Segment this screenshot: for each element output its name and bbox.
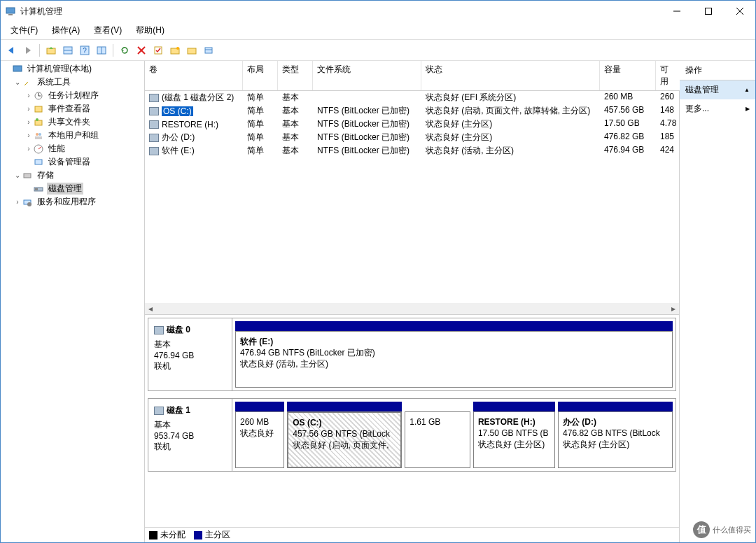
disk-icon xyxy=(154,326,164,334)
titlebar: 计算机管理 xyxy=(1,1,755,22)
partition[interactable]: OS (C:)457.56 GB NTFS (BitLock状态良好 (启动, … xyxy=(287,402,402,468)
svg-rect-26 xyxy=(35,120,42,125)
col-capacity[interactable]: 容量 xyxy=(600,61,656,90)
maximize-button[interactable] xyxy=(692,1,724,22)
svg-rect-18 xyxy=(188,48,196,54)
legend: 未分配 主分区 xyxy=(145,527,679,542)
diskmgmt-icon xyxy=(33,183,44,195)
tree-event-viewer[interactable]: 事件查看器 xyxy=(47,103,92,115)
volume-header-row: 卷 布局 类型 文件系统 状态 容量 可用 xyxy=(145,61,679,91)
volume-row[interactable]: 软件 (E:)简单基本NTFS (BitLocker 已加密)状态良好 (活动,… xyxy=(145,144,679,157)
disk-graphical-view[interactable]: 磁盘 0基本476.94 GB联机软件 (E:)476.94 GB NTFS (… xyxy=(145,315,679,527)
svg-rect-30 xyxy=(35,136,42,139)
menubar: 文件(F) 操作(A) 查看(V) 帮助(H) xyxy=(1,22,755,40)
svg-rect-0 xyxy=(6,8,15,13)
tree-performance[interactable]: 性能 xyxy=(47,143,66,155)
menu-view[interactable]: 查看(V) xyxy=(88,22,127,38)
col-volume[interactable]: 卷 xyxy=(145,61,243,90)
drive-icon xyxy=(149,94,159,102)
view-detail-icon[interactable] xyxy=(94,43,109,58)
drive-icon xyxy=(149,147,159,155)
close-button[interactable] xyxy=(724,1,755,22)
partition[interactable]: 软件 (E:)476.94 GB NTFS (BitLocker 已加密)状态良… xyxy=(235,321,673,388)
disk-row[interactable]: 磁盘 1基本953.74 GB联机260 MB状态良好OS (C:)457.56… xyxy=(148,398,676,472)
svg-point-28 xyxy=(36,133,38,136)
menu-file[interactable]: 文件(F) xyxy=(5,22,43,38)
col-filesystem[interactable]: 文件系统 xyxy=(313,61,421,90)
svg-rect-3 xyxy=(705,8,711,15)
col-type[interactable]: 类型 xyxy=(278,61,313,90)
new-folder-icon[interactable] xyxy=(167,43,183,58)
svg-point-38 xyxy=(27,202,31,206)
partition[interactable]: RESTORE (H:)17.50 GB NTFS (B状态良好 (主分区) xyxy=(473,402,555,468)
menu-help[interactable]: 帮助(H) xyxy=(130,22,170,38)
disk-row[interactable]: 磁盘 0基本476.94 GB联机软件 (E:)476.94 GB NTFS (… xyxy=(148,318,676,391)
partition[interactable]: 办公 (D:)476.82 GB NTFS (BitLock状态良好 (主分区) xyxy=(558,402,673,468)
col-layout[interactable]: 布局 xyxy=(243,61,278,90)
watermark-icon: 值 xyxy=(693,521,710,538)
volume-row[interactable]: (磁盘 1 磁盘分区 2)简单基本状态良好 (EFI 系统分区)260 MB26… xyxy=(145,91,679,104)
volume-row[interactable]: RESTORE (H:)简单基本NTFS (BitLocker 已加密)状态良好… xyxy=(145,118,679,131)
checklist-icon[interactable] xyxy=(150,43,166,58)
tree-systools[interactable]: 系统工具 xyxy=(36,76,72,88)
svg-rect-19 xyxy=(205,48,212,53)
col-free[interactable]: 可用 xyxy=(656,61,681,90)
scheduler-icon xyxy=(33,90,44,101)
svg-rect-33 xyxy=(35,160,42,164)
volume-row[interactable]: OS (C:)简单基本NTFS (BitLocker 已加密)状态良好 (启动,… xyxy=(145,104,679,118)
volume-list[interactable]: (磁盘 1 磁盘分区 2)简单基本状态良好 (EFI 系统分区)260 MB26… xyxy=(145,91,679,315)
legend-primary: 主分区 xyxy=(205,530,230,540)
scroll-left-icon[interactable]: ◂ xyxy=(145,303,156,314)
perf-icon xyxy=(33,143,44,155)
horizontal-scrollbar[interactable]: ◂ ▸ xyxy=(145,303,679,314)
watermark: 值 什么值得买 xyxy=(693,521,751,538)
refresh-icon[interactable] xyxy=(117,43,132,58)
svg-text:?: ? xyxy=(83,47,87,55)
svg-rect-1 xyxy=(8,14,13,15)
forward-button[interactable] xyxy=(20,43,36,58)
menu-action[interactable]: 操作(A) xyxy=(46,22,85,38)
svg-rect-6 xyxy=(47,48,55,54)
actions-item-more[interactable]: 更多...▶ xyxy=(680,99,755,118)
help-icon[interactable]: ? xyxy=(77,43,92,58)
nav-tree[interactable]: 计算机管理(本地) ⌄系统工具 ›任务计划程序 ›事件查看器 ›共享文件夹 ›本… xyxy=(1,61,145,542)
tree-disk-management[interactable]: 磁盘管理 xyxy=(47,183,83,195)
tree-storage[interactable]: 存储 xyxy=(36,169,55,181)
minimize-button[interactable] xyxy=(661,1,692,22)
disk-info: 磁盘 1基本953.74 GB联机 xyxy=(148,399,232,471)
volume-row[interactable]: 办公 (D:)简单基本NTFS (BitLocker 已加密)状态良好 (主分区… xyxy=(145,131,679,144)
delete-icon[interactable] xyxy=(134,43,149,58)
svg-line-32 xyxy=(38,147,41,149)
users-icon xyxy=(33,130,44,141)
toolbar: ? xyxy=(1,40,755,61)
eventvwr-icon xyxy=(33,104,44,115)
back-button[interactable] xyxy=(4,43,19,58)
up-icon[interactable] xyxy=(43,43,59,58)
shared-icon xyxy=(33,117,44,128)
scroll-right-icon[interactable]: ▸ xyxy=(668,303,679,314)
partition[interactable]: 1.61 GB xyxy=(405,402,470,468)
tree-device-manager[interactable]: 设备管理器 xyxy=(47,156,92,168)
tree-shared-folders[interactable]: 共享文件夹 xyxy=(47,116,92,128)
drive-icon xyxy=(149,134,159,142)
legend-unallocated-swatch xyxy=(149,531,158,540)
collapse-up-icon: ▲ xyxy=(744,87,750,93)
drive-icon xyxy=(149,120,159,129)
actions-item-diskmgmt[interactable]: 磁盘管理▲ xyxy=(680,80,755,99)
tree-task-scheduler[interactable]: 任务计划程序 xyxy=(47,90,100,101)
properties-icon[interactable] xyxy=(201,43,216,58)
tools-icon xyxy=(22,77,33,88)
legend-primary-swatch xyxy=(194,531,202,540)
col-status[interactable]: 状态 xyxy=(421,61,600,90)
view-list-icon[interactable] xyxy=(60,43,76,58)
svg-point-17 xyxy=(176,47,179,50)
services-icon xyxy=(22,197,33,208)
partition[interactable]: 260 MB状态良好 xyxy=(235,402,284,468)
tree-local-users[interactable]: 本地用户和组 xyxy=(47,129,100,141)
svg-rect-21 xyxy=(13,66,22,71)
tree-root[interactable]: 计算机管理(本地) xyxy=(26,63,93,75)
folder-open-icon[interactable] xyxy=(184,43,200,58)
actions-pane: 操作 磁盘管理▲ 更多...▶ xyxy=(680,61,755,542)
drive-icon xyxy=(149,107,159,115)
tree-services[interactable]: 服务和应用程序 xyxy=(36,196,97,208)
